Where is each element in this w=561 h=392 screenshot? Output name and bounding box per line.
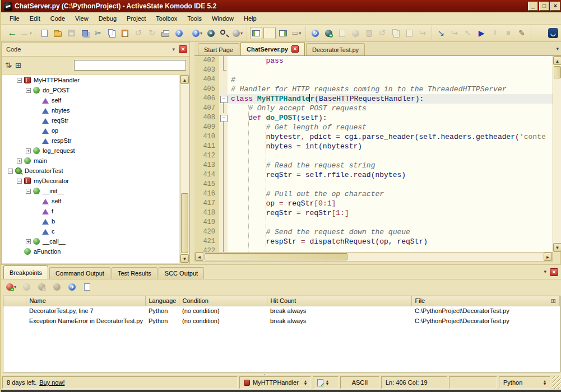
menu-view[interactable]: View: [70, 13, 94, 24]
column-header-language[interactable]: Language: [145, 296, 179, 306]
save-all-button[interactable]: [78, 27, 91, 39]
tree-scroll-down-icon[interactable]: ▼: [180, 254, 189, 263]
tree-item-f[interactable]: f: [2, 206, 179, 216]
menu-code[interactable]: Code: [45, 13, 70, 24]
tree-item-b[interactable]: b: [2, 216, 179, 226]
fold-collapse-icon[interactable]: [219, 113, 228, 123]
menu-toolbox[interactable]: Toolbox: [151, 13, 182, 24]
sort-order-button[interactable]: ⇅▾: [5, 61, 12, 69]
scc-add-button[interactable]: +: [322, 27, 335, 39]
add-breakpoint-dropdown-icon[interactable]: ▾: [14, 284, 16, 290]
editor-scroll-down-icon[interactable]: ▼: [553, 243, 561, 251]
tree-scroll-up-icon[interactable]: ▲: [180, 76, 189, 84]
paste-button[interactable]: [119, 27, 131, 39]
help-button[interactable]: ?: [173, 27, 185, 39]
tree-item-op[interactable]: op: [2, 125, 179, 136]
macro-record-dropdown-icon[interactable]: ▾: [240, 31, 243, 36]
close-button[interactable]: ×: [550, 2, 560, 11]
preview-in-browser-button[interactable]: ?▾: [191, 27, 203, 39]
tree-item-myhttphandler[interactable]: −MyHTTPHandler: [2, 75, 179, 85]
buy-now-link[interactable]: Buy now!: [39, 379, 64, 386]
menu-file[interactable]: File: [4, 13, 25, 24]
menu-project[interactable]: Project: [122, 13, 151, 24]
breakpoint-properties-button[interactable]: [81, 281, 93, 293]
tab-test-results[interactable]: Test Results: [112, 267, 157, 279]
tab-scc-output[interactable]: SCC Output: [159, 267, 204, 279]
tab-list-dropdown-icon[interactable]: ▾: [556, 46, 559, 52]
print-button[interactable]: [159, 27, 171, 39]
tab-decoratortest-py[interactable]: DecoratorTest.py: [306, 43, 365, 55]
add-breakpoint-button[interactable]: +▾: [5, 281, 17, 293]
editor-vscroll-thumb[interactable]: [554, 66, 561, 78]
current-scope-selector[interactable]: MyHTTPHandler ▴▾: [239, 376, 311, 389]
file-check-status[interactable]: ▴▾: [313, 376, 339, 389]
locate-scope-button[interactable]: ⊞: [15, 61, 21, 69]
macro-record-button[interactable]: ▾: [231, 27, 244, 39]
resize-grip[interactable]: [552, 376, 561, 389]
editor-hscroll-thumb[interactable]: [205, 253, 347, 260]
menu-debug[interactable]: Debug: [94, 13, 122, 24]
scope-stepper-icon[interactable]: ▴▾: [304, 380, 307, 385]
editor-scroll-left-icon[interactable]: ◄: [195, 253, 203, 261]
column-header-hit-count[interactable]: Hit Count: [267, 296, 411, 306]
tab-close-icon[interactable]: ✕: [291, 45, 299, 53]
language-selector[interactable]: Python ▴▾: [499, 376, 550, 389]
tree-item-self[interactable]: self: [2, 196, 179, 206]
menu-help[interactable]: Help: [239, 13, 262, 24]
tree-item-self[interactable]: self: [2, 95, 179, 105]
editor-scroll-right-icon[interactable]: ►: [544, 253, 552, 261]
bottom-pane-close-icon[interactable]: ✕: [550, 268, 558, 276]
minimize-button[interactable]: _: [528, 2, 538, 11]
editor-scroll-up-icon[interactable]: ▲: [553, 57, 561, 65]
community-button[interactable]: »: [205, 27, 217, 39]
tree-item-init[interactable]: −__init__: [2, 186, 179, 196]
column-header-name[interactable]: Name: [26, 296, 145, 306]
tree-item-afunction[interactable]: aFunction: [2, 246, 179, 256]
encoding-field[interactable]: ASCII: [340, 376, 379, 389]
tree-item-call[interactable]: +__call__: [2, 236, 179, 246]
menu-edit[interactable]: Edit: [25, 13, 45, 24]
go-to-source-button[interactable]: ➔: [66, 281, 78, 293]
pane-menu-caret-icon[interactable]: ▾: [168, 46, 179, 52]
expand-icon[interactable]: +: [17, 158, 22, 164]
back-button[interactable]: ←: [6, 27, 18, 39]
forward-dropdown-icon[interactable]: ▾: [30, 31, 32, 36]
toggle-right-pane-button[interactable]: [277, 27, 289, 39]
expand-icon[interactable]: +: [26, 148, 31, 153]
tree-item-reqstr[interactable]: reqStr: [2, 115, 179, 125]
toggle-bottom-pane-button[interactable]: [263, 27, 276, 39]
tree-item-dopost[interactable]: −do_POST: [2, 85, 179, 95]
fold-collapse-icon[interactable]: [219, 94, 228, 104]
tree-item-logrequest[interactable]: +log_request: [2, 146, 179, 156]
preview-in-browser-dropdown-icon[interactable]: ▾: [200, 31, 202, 36]
maximize-button[interactable]: □: [539, 2, 549, 11]
tree-item-mydecorator[interactable]: −myDecorator: [2, 176, 179, 186]
code-filter-input[interactable]: [74, 60, 186, 71]
tab-command-output[interactable]: Command Output: [49, 267, 110, 279]
tree-item-c[interactable]: c: [2, 226, 179, 236]
pane-close-icon[interactable]: ✕: [179, 45, 187, 53]
tree-item-main[interactable]: +main: [2, 156, 179, 166]
editor-vscrollbar[interactable]: ▲ ▼: [553, 56, 561, 252]
copy-button[interactable]: [105, 27, 118, 39]
scc-refresh-status-button[interactable]: ↻: [309, 27, 321, 39]
cut-button[interactable]: ✂: [92, 27, 104, 39]
tab-breakpoints[interactable]: Breakpoints: [3, 265, 48, 279]
code-editor[interactable]: 402 pass403404#405# Handler for HTTP req…: [194, 56, 553, 252]
tab-start-page[interactable]: Start Page: [198, 43, 239, 55]
tree-scrollbar[interactable]: ▲ ▼: [180, 75, 189, 263]
toggle-left-pane-button[interactable]: [250, 27, 262, 39]
tree-item-nbytes[interactable]: nbytes: [2, 105, 179, 115]
new-file-button[interactable]: [38, 27, 50, 39]
column-header-icon[interactable]: [3, 296, 26, 306]
column-header-condition[interactable]: Condition: [179, 296, 267, 306]
tree-item-decoratortest[interactable]: −DecoratorTest: [2, 166, 179, 176]
language-stepper-icon[interactable]: ▴▾: [544, 380, 546, 385]
check-stepper-icon[interactable]: ▴▾: [326, 380, 328, 385]
tab-chatserver-py[interactable]: ChatServer.py✕: [240, 42, 305, 55]
open-file-button[interactable]: [52, 27, 64, 39]
editor-hscrollbar[interactable]: ◄ ►: [194, 252, 553, 262]
breakpoint-row[interactable]: Exception NameError in DecoratorTest.pyP…: [3, 316, 560, 326]
toggle-toolbars-button[interactable]: ▭▾: [290, 27, 303, 39]
toggle-toolbars-dropdown-icon[interactable]: ▾: [299, 31, 301, 36]
